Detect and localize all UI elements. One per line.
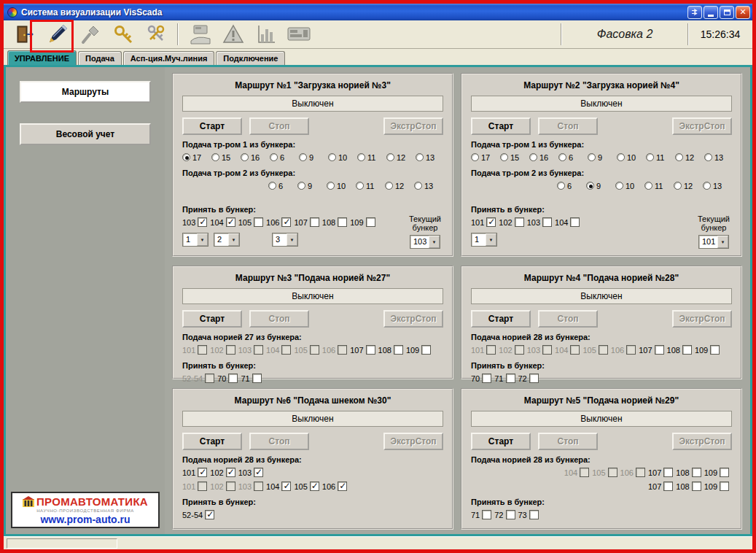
start-button[interactable]: Старт: [471, 433, 531, 450]
close-button[interactable]: ✕: [736, 6, 750, 19]
radio-13[interactable]: 13: [703, 182, 732, 190]
radio-17[interactable]: 17: [182, 153, 211, 162]
checkbox-109[interactable]: 109: [350, 217, 375, 227]
start-button[interactable]: Старт: [471, 310, 531, 328]
sidebar-button-2[interactable]: Весовой учет: [20, 123, 151, 145]
key-icon[interactable]: [106, 22, 139, 47]
start-button[interactable]: Старт: [182, 433, 242, 450]
selector-combo-1[interactable]: 1▼: [182, 233, 209, 247]
radio-15[interactable]: 15: [211, 153, 241, 162]
radio-13[interactable]: 13: [416, 153, 445, 162]
radio-9[interactable]: 9: [588, 153, 617, 162]
radio-9[interactable]: 9: [297, 182, 327, 190]
start-button[interactable]: Старт: [182, 310, 242, 328]
radio-11[interactable]: 11: [644, 182, 674, 190]
checkbox-109[interactable]: 109: [406, 345, 431, 355]
chart-icon[interactable]: [249, 22, 282, 47]
radio-11[interactable]: 11: [646, 153, 675, 162]
checkbox-106[interactable]: 106: [322, 482, 347, 491]
checkbox-104[interactable]: 104: [266, 482, 291, 491]
tab-3[interactable]: Асп-ция.Муч.линия: [123, 51, 215, 65]
radio-11[interactable]: 11: [356, 182, 385, 190]
nav-arrow-button[interactable]: [687, 6, 702, 19]
radio-6[interactable]: 6: [268, 182, 297, 190]
current-bunker-combo[interactable]: 103▼: [410, 235, 440, 249]
logo-company-name: ПРОМАВТОМАТИКА: [36, 495, 148, 508]
radio-6[interactable]: 6: [557, 182, 586, 190]
checkbox-109[interactable]: 109: [695, 345, 720, 355]
checkbox-109[interactable]: 109: [704, 468, 729, 477]
checkbox-71[interactable]: 71: [241, 374, 261, 383]
radio-17[interactable]: 17: [471, 153, 500, 162]
checkbox-108[interactable]: 108: [676, 482, 701, 491]
minimize-button[interactable]: [704, 6, 718, 19]
checkbox-108[interactable]: 108: [676, 468, 701, 477]
checkbox-72[interactable]: 72: [518, 374, 539, 383]
selector-combo-3[interactable]: 3▼: [272, 233, 298, 247]
checkbox-107[interactable]: 107: [294, 217, 319, 227]
exit-door-icon[interactable]: [8, 22, 41, 47]
radio-6[interactable]: 6: [270, 153, 299, 162]
checkbox-73[interactable]: 73: [518, 510, 539, 519]
card-reader-icon[interactable]: [184, 22, 217, 47]
radio-12[interactable]: 12: [386, 153, 416, 162]
radio-11[interactable]: 11: [357, 153, 386, 162]
checkbox-107[interactable]: 107: [350, 345, 375, 355]
tab-4[interactable]: Подключение: [216, 51, 285, 65]
checkbox-105[interactable]: 105: [238, 217, 263, 227]
checkbox-101[interactable]: 101: [182, 468, 207, 477]
radio-9[interactable]: 9: [299, 153, 328, 162]
checkbox-103[interactable]: 103: [527, 217, 552, 227]
checkbox-104[interactable]: 104: [210, 217, 235, 227]
radio-10[interactable]: 10: [617, 153, 646, 162]
checkbox-106[interactable]: 106: [266, 217, 291, 227]
checkbox-108[interactable]: 108: [378, 345, 403, 355]
radio-6[interactable]: 6: [558, 153, 588, 162]
radio-10[interactable]: 10: [327, 182, 356, 190]
radio-16[interactable]: 16: [529, 153, 558, 162]
checkbox-107[interactable]: 107: [648, 482, 673, 491]
checkbox-102[interactable]: 102: [499, 217, 523, 227]
radio-12[interactable]: 12: [674, 182, 703, 190]
checkbox-70[interactable]: 70: [471, 374, 491, 383]
radio-10[interactable]: 10: [615, 182, 644, 190]
radio-13[interactable]: 13: [704, 153, 733, 162]
checkbox-71[interactable]: 71: [494, 374, 515, 383]
radio-12[interactable]: 12: [385, 182, 414, 190]
radio-9[interactable]: 9: [586, 182, 615, 190]
checkbox-103[interactable]: 103: [182, 217, 207, 227]
checkbox-70[interactable]: 70: [217, 374, 238, 383]
checkbox-102[interactable]: 102: [210, 468, 235, 477]
checkbox-107[interactable]: 107: [639, 345, 663, 355]
current-bunker-combo[interactable]: 101▼: [698, 235, 729, 249]
tab-2[interactable]: Подача: [78, 51, 122, 65]
radio-13[interactable]: 13: [414, 182, 443, 190]
selector-combo-2[interactable]: 2▼: [214, 233, 240, 247]
radio-10[interactable]: 10: [328, 153, 357, 162]
warning-icon[interactable]: [217, 22, 249, 47]
checkbox-103[interactable]: 103: [238, 468, 263, 477]
radio-16[interactable]: 16: [241, 153, 270, 162]
checkbox-104[interactable]: 104: [555, 217, 580, 227]
sidebar-button-1[interactable]: Маршруты: [20, 81, 151, 103]
start-button[interactable]: Старт: [471, 117, 531, 135]
tab-1[interactable]: УПРАВЛЕНИЕ: [7, 50, 77, 65]
checkbox-107[interactable]: 107: [648, 468, 673, 477]
checkbox-71[interactable]: 71: [471, 510, 491, 519]
radio-12[interactable]: 12: [675, 153, 704, 162]
checkbox-109[interactable]: 109: [704, 482, 729, 491]
panel-display-icon[interactable]: [282, 22, 315, 47]
checkbox-108[interactable]: 108: [322, 217, 347, 227]
screwdriver-icon[interactable]: [74, 22, 106, 47]
selector-combo-1[interactable]: 1▼: [471, 233, 497, 247]
maximize-button[interactable]: [720, 6, 734, 19]
radio-15[interactable]: 15: [500, 153, 529, 162]
checkbox-52-54[interactable]: 52-54: [182, 510, 214, 519]
checkbox-72[interactable]: 72: [494, 510, 515, 519]
checkbox-105[interactable]: 105: [294, 482, 319, 491]
checkbox-101[interactable]: 101: [471, 217, 496, 227]
start-button[interactable]: Старт: [182, 117, 242, 135]
edit-pen-icon[interactable]: [41, 22, 74, 47]
keys-icon[interactable]: [139, 22, 172, 47]
checkbox-108[interactable]: 108: [667, 345, 692, 355]
